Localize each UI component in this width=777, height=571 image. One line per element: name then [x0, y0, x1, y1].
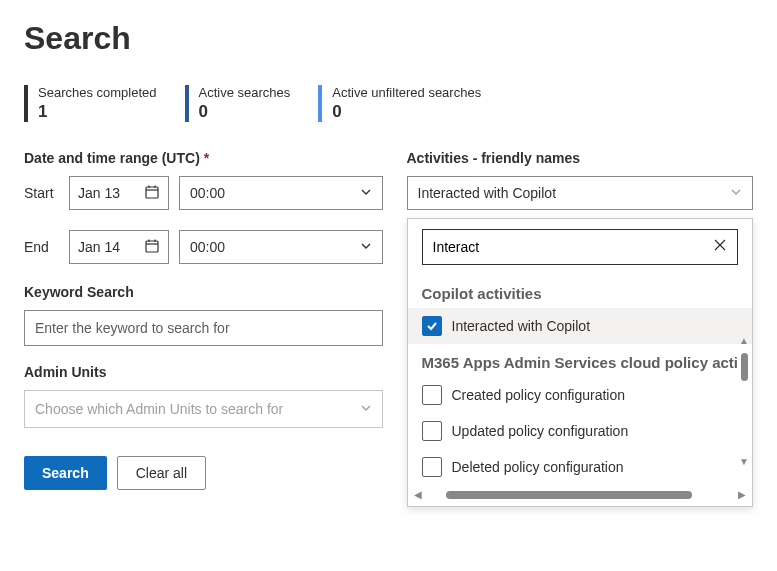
svg-rect-0	[146, 187, 158, 198]
calendar-icon[interactable]	[144, 184, 160, 203]
stat-value: 0	[199, 102, 291, 122]
start-time-input[interactable]: 00:00	[179, 176, 383, 210]
chevron-down-icon	[360, 185, 372, 201]
chevron-down-icon	[360, 401, 372, 417]
scroll-right-icon[interactable]: ▶	[738, 489, 746, 500]
calendar-icon[interactable]	[144, 238, 160, 257]
option-group-label: Copilot activities	[408, 275, 753, 308]
option-interacted-with-copilot[interactable]: Interacted with Copilot	[408, 308, 753, 344]
search-button[interactable]: Search	[24, 456, 107, 490]
horizontal-scrollbar[interactable]: ◀ ▶	[408, 485, 753, 506]
end-date-value: Jan 14	[78, 239, 120, 255]
option-created-policy-configuration[interactable]: Created policy configuration	[408, 377, 753, 413]
option-label: Deleted policy configuration	[452, 459, 624, 475]
stat-label: Active unfiltered searches	[332, 85, 481, 100]
checkbox-checked-icon[interactable]	[422, 316, 442, 336]
start-time-value: 00:00	[190, 185, 225, 201]
scroll-thumb[interactable]	[741, 353, 748, 381]
activities-search-box[interactable]	[422, 229, 739, 265]
checkbox-icon[interactable]	[422, 385, 442, 405]
daterange-label: Date and time range (UTC) *	[24, 150, 383, 166]
keyword-label: Keyword Search	[24, 284, 383, 300]
scroll-left-icon[interactable]: ◀	[414, 489, 422, 500]
scroll-down-icon[interactable]: ▼	[739, 456, 749, 467]
option-label: Updated policy configuration	[452, 423, 629, 439]
page-title: Search	[24, 20, 753, 57]
svg-rect-4	[146, 241, 158, 252]
activities-dropdown: Copilot activities Interacted with Copil…	[407, 218, 754, 507]
scroll-up-icon[interactable]: ▲	[739, 335, 749, 346]
option-label: Created policy configuration	[452, 387, 626, 403]
scroll-thumb[interactable]	[446, 491, 693, 499]
admin-units-input[interactable]: Choose which Admin Units to search for	[24, 390, 383, 428]
checkbox-icon[interactable]	[422, 421, 442, 441]
keyword-input[interactable]: Enter the keyword to search for	[24, 310, 383, 346]
clear-search-icon[interactable]	[713, 238, 727, 256]
activities-label: Activities - friendly names	[407, 150, 754, 166]
clear-all-button[interactable]: Clear all	[117, 456, 206, 490]
stat-active-unfiltered: Active unfiltered searches 0	[318, 85, 481, 122]
end-time-input[interactable]: 00:00	[179, 230, 383, 264]
start-date-input[interactable]: Jan 13	[69, 176, 169, 210]
end-time-value: 00:00	[190, 239, 225, 255]
start-date-value: Jan 13	[78, 185, 120, 201]
stat-active-searches: Active searches 0	[185, 85, 291, 122]
admin-units-placeholder: Choose which Admin Units to search for	[35, 401, 283, 417]
option-updated-policy-configuration[interactable]: Updated policy configuration	[408, 413, 753, 449]
checkbox-icon[interactable]	[422, 457, 442, 477]
stat-value: 0	[332, 102, 481, 122]
activities-selected-value: Interacted with Copilot	[418, 185, 557, 201]
stats-bar: Searches completed 1 Active searches 0 A…	[24, 85, 753, 122]
vertical-scrollbar[interactable]: ▲ ▼	[738, 335, 750, 467]
end-date-input[interactable]: Jan 14	[69, 230, 169, 264]
option-deleted-policy-configuration[interactable]: Deleted policy configuration	[408, 449, 753, 485]
keyword-placeholder: Enter the keyword to search for	[35, 320, 230, 336]
stat-searches-completed: Searches completed 1	[24, 85, 157, 122]
stat-value: 1	[38, 102, 157, 122]
activities-combo[interactable]: Interacted with Copilot	[407, 176, 754, 210]
admin-units-label: Admin Units	[24, 364, 383, 380]
chevron-down-icon	[730, 185, 742, 201]
activities-search-input[interactable]	[433, 239, 714, 255]
chevron-down-icon	[360, 239, 372, 255]
option-label: Interacted with Copilot	[452, 318, 591, 334]
required-marker: *	[204, 150, 209, 166]
option-group-label: M365 Apps Admin Services cloud policy ac…	[408, 344, 753, 377]
stat-label: Active searches	[199, 85, 291, 100]
end-label: End	[24, 239, 59, 255]
stat-label: Searches completed	[38, 85, 157, 100]
start-label: Start	[24, 185, 59, 201]
